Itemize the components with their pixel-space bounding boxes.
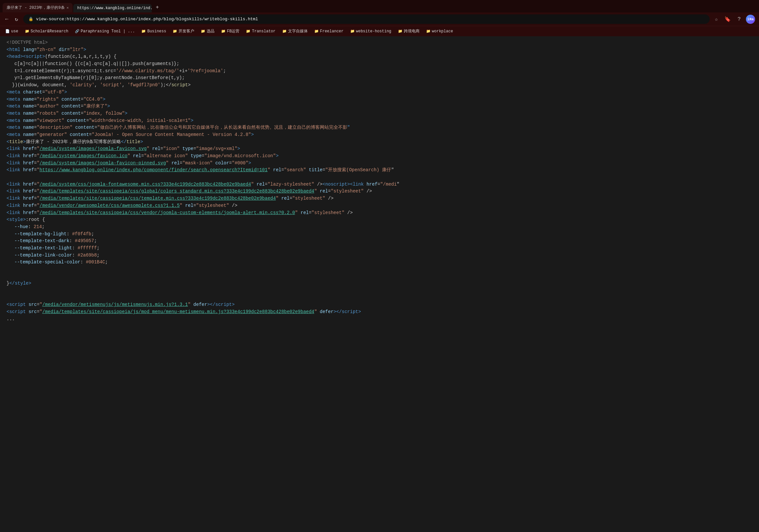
- bookmark-freelancer-label: Freelancer: [320, 29, 344, 34]
- link-mod-menu[interactable]: /media/templates/site/cassiopeia/js/mod_…: [42, 309, 314, 314]
- line-meta2: <meta name="rights" content="CC4.0">: [7, 96, 752, 103]
- tab-1-label: 康仔来了 - 2023年，康仔的9条: [7, 5, 65, 11]
- bookmark-products-icon: 📁: [201, 29, 205, 33]
- bookmark-business[interactable]: 📁 Business: [139, 28, 169, 35]
- line-special-color: --template-special-color: #001B4C;: [7, 259, 752, 266]
- line-title: <title>康仔来了 - 2023年，康仔的9条写博客的策略</title>: [7, 138, 752, 146]
- line-text-dark: --template-text-dark: #495057;: [7, 238, 752, 245]
- line-blank5: [7, 294, 752, 302]
- line-blank1: [7, 174, 752, 181]
- new-tab-button[interactable]: +: [152, 3, 162, 13]
- line-link2: <link href="/media/system/images/favicon…: [7, 153, 752, 160]
- bookmark-scholar[interactable]: 📁 Scholar&Research: [22, 28, 71, 35]
- link-metismenusjs[interactable]: /media/vendor/metismenujs/js/metismenujs…: [42, 302, 188, 307]
- line-blank4: [7, 287, 752, 294]
- bookmark-paraphrasing[interactable]: 🔗 Paraphrasing Tool | ...: [72, 28, 138, 35]
- line-style-open: <style>:root {: [7, 216, 752, 223]
- line-meta3: <meta name="author" content="康仔来了">: [7, 103, 752, 110]
- bookmark-star-icon[interactable]: ☆: [713, 15, 719, 24]
- tab-2[interactable]: https://www.kangblog.online/ind... ✕: [73, 4, 152, 13]
- reload-button[interactable]: ↻: [14, 15, 20, 24]
- line-bg-light: --template-bg-light: #f0f4fb;: [7, 231, 752, 238]
- line-meta7: <meta name="generator" content="Joomla! …: [7, 132, 752, 138]
- bookmark-cross-border[interactable]: 📁 跨境电商: [395, 27, 422, 35]
- address-text: view-source:https://www.kangblog.online/…: [36, 17, 258, 21]
- link-favicon-pinned[interactable]: /media/system/images/joomla-favicon-pinn…: [40, 161, 166, 166]
- line-text-light: --template-text-light: #ffffff;: [7, 245, 752, 252]
- bookmark-dev-label: 开发客户: [179, 28, 194, 34]
- bookmark-freelancer-icon: 📁: [314, 29, 319, 33]
- bookmark-hosting-label: website-hosting: [356, 29, 391, 34]
- address-display[interactable]: 🔒 view-source:https://www.kangblog.onlin…: [23, 15, 710, 24]
- lock-icon: 🔒: [28, 17, 33, 21]
- link-favicon-ico[interactable]: /media/system/images/favicon.ico: [40, 153, 128, 159]
- link-global-colors[interactable]: /media/templates/site/cassiopeia/css/glo…: [40, 189, 314, 194]
- bookmark-fb-label: FB运营: [227, 28, 239, 34]
- link-opensearch[interactable]: https://www.kangblog.online/index.php/co…: [40, 167, 267, 172]
- tab-1-close[interactable]: ✕: [67, 6, 69, 10]
- bookmarks-bar: 📄 use 📁 Scholar&Research 🔗 Paraphrasing …: [0, 26, 759, 36]
- line-meta1: <meta charset="utf-8">: [7, 89, 752, 96]
- bookmark-freelancer[interactable]: 📁 Freelancer: [312, 28, 346, 35]
- line-doctype: <!DOCTYPE html>: [7, 39, 752, 46]
- tab-bar: 康仔来了 - 2023年，康仔的9条 ✕ https://www.kangblo…: [0, 0, 759, 13]
- tab-2-label: https://www.kangblog.online/ind...: [77, 6, 152, 11]
- bookmark-products[interactable]: 📁 选品: [198, 27, 217, 35]
- back-button[interactable]: ←: [4, 15, 10, 23]
- line-link4: <link href="https://www.kangblog.online/…: [7, 167, 752, 174]
- line-blank2: [7, 266, 752, 273]
- line-link3: <link href="/media/system/images/joomla-…: [7, 160, 752, 167]
- line-s3: y=l.getElementsByTagName(r)[0];y.parentN…: [7, 74, 752, 82]
- line-meta5: <meta name="viewport" content="width=dev…: [7, 117, 752, 125]
- bookmark-use-label: use: [11, 29, 18, 34]
- bookmark-products-label: 选品: [207, 28, 215, 34]
- bookmark-media[interactable]: 📁 文字自媒体: [280, 27, 310, 35]
- bookmark-paraphrasing-icon: 🔗: [75, 29, 79, 33]
- line-head: <head><script>(function(c,l,a,r,i,t,y) {: [7, 53, 752, 60]
- link-fontawesome[interactable]: /media/system/css/joomla-fontawesome.min…: [40, 182, 251, 187]
- line-s1: c[a]=c[a]||function() {(c[a].q=c[a].q||[…: [7, 60, 752, 68]
- bookmark-media-icon: 📁: [282, 29, 287, 33]
- browser-chrome: 康仔来了 - 2023年，康仔的9条 ✕ https://www.kangblo…: [0, 0, 759, 36]
- bookmark-translator[interactable]: 📁 Translator: [243, 28, 278, 35]
- bookmark-scholar-label: Scholar&Research: [31, 29, 68, 34]
- line-link6: <link href="/media/templates/site/cassio…: [7, 188, 752, 195]
- bookmark-hosting[interactable]: 📁 website-hosting: [348, 28, 394, 35]
- line-html: <html lang="zh-cn" dir="ltr">: [7, 46, 752, 54]
- bookmark-workplace-icon: 📁: [426, 29, 431, 33]
- tab-1[interactable]: 康仔来了 - 2023年，康仔的9条 ✕: [3, 3, 73, 13]
- line-s4: })(window, document, 'clarity', 'script'…: [7, 82, 752, 89]
- bookmark-workplace-label: workplace: [432, 29, 453, 34]
- bookmark-dev-customer[interactable]: 📁 开发客户: [170, 27, 197, 35]
- line-link9: <link href="/media/templates/site/cassio…: [7, 209, 752, 217]
- bookmark-fb[interactable]: 📁 FB运营: [219, 27, 242, 35]
- bookmark-translator-label: Translator: [252, 29, 275, 34]
- help-icon[interactable]: ?: [736, 15, 742, 23]
- bookmark-use-icon: 📄: [5, 29, 10, 33]
- link-awesomplete[interactable]: /media/vendor/awesomplete/css/awesomplet…: [40, 203, 180, 208]
- address-bar: ← ↻ 🔒 view-source:https://www.kangblog.o…: [0, 13, 759, 26]
- line-link5: <link href="/media/system/css/joomla-fon…: [7, 181, 752, 188]
- bookmark-workplace[interactable]: 📁 workplace: [423, 28, 456, 35]
- line-s2: t=l.createElement(r);t.async=1;t.src='//…: [7, 68, 752, 75]
- line-hue: --hue: 214;: [7, 223, 752, 231]
- line-script2: <script src="/media/templates/site/cassi…: [7, 309, 752, 316]
- link-joomla-favicon[interactable]: /media/system/images/joomla-favicon.svg: [40, 146, 147, 151]
- bookmark-use[interactable]: 📄 use: [3, 28, 21, 35]
- bookmark-hosting-icon: 📁: [350, 29, 355, 33]
- bookmark-business-label: Business: [147, 29, 166, 34]
- line-style-close: }</style>: [7, 280, 752, 287]
- line-more: ...: [7, 316, 752, 323]
- line-link1: <link href="/media/system/images/joomla-…: [7, 145, 752, 153]
- bookmark-media-label: 文字自媒体: [288, 28, 308, 34]
- bookmark-cross-border-icon: 📁: [398, 29, 403, 33]
- link-joomla-alert[interactable]: /media/templates/site/cassiopeia/css/ven…: [40, 210, 295, 215]
- bookmark-paraphrasing-label: Paraphrasing Tool | ...: [81, 29, 135, 34]
- user-avatar[interactable]: iRa: [746, 15, 755, 24]
- bookmark-business-icon: 📁: [141, 29, 146, 33]
- link-template-min[interactable]: /media/templates/site/cassiopeia/css/tem…: [40, 196, 276, 201]
- line-meta6: <meta name="description" content="做自己的个人…: [7, 124, 752, 132]
- line-link8: <link href="/media/vendor/awesomplete/cs…: [7, 202, 752, 209]
- firefox-icon[interactable]: 🔖: [723, 15, 732, 24]
- line-link7: <link href="/media/templates/site/cassio…: [7, 195, 752, 202]
